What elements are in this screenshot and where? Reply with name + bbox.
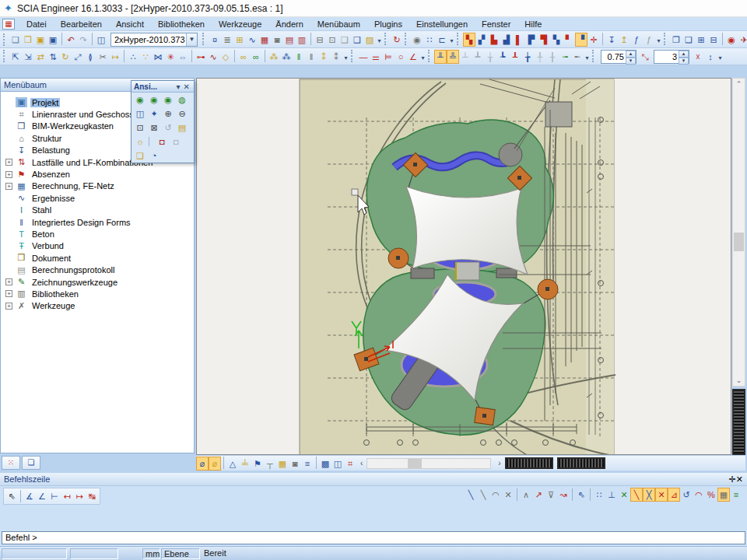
vertical-scrollbar[interactable]: ⌃ ⌄ xyxy=(732,78,745,387)
support-pt-icon[interactable]: ┸ xyxy=(509,50,521,64)
toolbar-overflow-icon[interactable]: ▾ xyxy=(448,33,455,47)
cursor-snap-icon[interactable]: ⇖ xyxy=(575,488,587,502)
perp-icon[interactable]: ⊢ xyxy=(48,489,61,503)
menu-item-bearbeiten[interactable]: Bearbeiten xyxy=(54,18,109,30)
toolbar-grip[interactable] xyxy=(428,50,432,62)
menu-item-datei[interactable]: Datei xyxy=(19,18,54,30)
menu-item-bibliotheken[interactable]: Bibliotheken xyxy=(151,18,212,30)
support-slab-icon[interactable]: ╆ xyxy=(521,50,534,64)
column-b-icon[interactable]: ‖ xyxy=(305,50,317,64)
photo-gray-icon[interactable]: ◘ xyxy=(169,135,183,148)
expand-icon[interactable]: + xyxy=(5,290,12,297)
select-center-icon[interactable]: ✛ xyxy=(587,33,600,47)
break-icon[interactable]: ∵ xyxy=(139,50,152,64)
window-copy-icon[interactable]: ❐ xyxy=(670,33,682,47)
supports-display-icon[interactable]: ┬ xyxy=(264,457,276,471)
region-red-icon[interactable]: ◇ xyxy=(219,50,232,64)
toolbar-grip[interactable] xyxy=(384,33,388,45)
sun-red-icon[interactable]: ☓ xyxy=(692,50,704,64)
select-single-icon[interactable]: ▌ xyxy=(513,33,525,47)
scale-red-icon[interactable]: ⤡ xyxy=(639,50,651,64)
save-selection-icon[interactable]: ↧ xyxy=(605,33,618,47)
window-tab[interactable]: ❏ xyxy=(22,456,40,470)
fly-mode-icon[interactable]: ✈ xyxy=(738,33,747,47)
zoom-out-icon[interactable]: ⊖ xyxy=(175,107,189,120)
spin-up-icon[interactable]: ▲ xyxy=(679,51,689,58)
status-plane[interactable]: Ebene XY xyxy=(161,548,200,559)
sidebar-item-dokument[interactable]: ❒Dokument xyxy=(1,252,194,264)
select-restore-icon[interactable]: ▜ xyxy=(538,33,550,47)
snap-endpoint-icon[interactable]: ╳ xyxy=(643,488,655,502)
grid-line-icon[interactable]: ⊥ xyxy=(605,488,618,502)
vscroll-thumb[interactable] xyxy=(734,233,744,251)
line-mode-icon[interactable]: ╲ xyxy=(465,488,477,502)
sidebar-item-stahl[interactable]: IStahl xyxy=(1,205,194,216)
sidebar-item-werkzeuge[interactable]: +✗Werkzeuge xyxy=(1,300,194,312)
print-icon[interactable]: ⊟ xyxy=(314,33,326,47)
export-doc-icon[interactable]: ❑ xyxy=(351,33,363,47)
circle-mode-icon[interactable]: ◠ xyxy=(489,488,502,502)
table-results-icon[interactable]: ▥ xyxy=(296,33,308,47)
pie-view-icon[interactable]: ◔ xyxy=(147,149,161,162)
support-e-icon[interactable]: ╀ xyxy=(534,50,546,64)
undo-icon[interactable]: ↶ xyxy=(65,33,77,47)
view-front-icon[interactable]: ◉ xyxy=(161,93,175,106)
ucs-green-icon[interactable]: ✕ xyxy=(618,488,630,502)
polar-c-icon[interactable]: ⊽ xyxy=(545,488,557,502)
node-table-icon[interactable]: ⇄ xyxy=(34,50,47,64)
beam-hinge-icon[interactable]: ╼ xyxy=(559,50,571,64)
copy-node-icon[interactable]: ⇲ xyxy=(22,50,34,64)
status-unit[interactable]: mm xyxy=(142,548,160,559)
sidebar-item-zeichnungswerkzeuge[interactable]: +✎Zeichnungswerkzeuge xyxy=(1,276,194,288)
zoom-all-icon[interactable]: ⊠ xyxy=(147,121,161,134)
drawing-canvas[interactable] xyxy=(196,78,731,455)
support-d-icon[interactable]: ┻ xyxy=(472,50,484,64)
support-a-icon[interactable]: ╨ xyxy=(434,50,447,64)
view-back-icon[interactable]: ◍ xyxy=(175,93,189,106)
dot-select-icon[interactable]: ∷ xyxy=(423,33,436,47)
window-tile-icon[interactable]: ⊟ xyxy=(707,33,720,47)
scroll-right-icon[interactable]: › xyxy=(494,459,504,467)
palette-menu-icon[interactable]: ▾ xyxy=(175,82,182,91)
track-c-icon[interactable]: ↹ xyxy=(86,489,98,503)
toolbar-grip[interactable] xyxy=(3,33,7,46)
toolbar-grip[interactable] xyxy=(664,33,668,45)
sidebar-item-beton[interactable]: TBeton xyxy=(1,228,194,240)
track-b-icon[interactable]: ↦ xyxy=(73,489,86,503)
clip-box-icon[interactable]: ❑ xyxy=(133,149,147,162)
expand-icon[interactable]: + xyxy=(5,171,12,178)
spin-down-icon[interactable]: ▼ xyxy=(679,58,689,65)
sidebar-item-absenzen[interactable]: +⚑Absenzen xyxy=(1,168,194,180)
zoom-doc-icon[interactable]: ◉ xyxy=(411,33,423,47)
sidebar-item-integriertes-design-forms[interactable]: ‖Integriertes Design Forms xyxy=(1,216,194,228)
line-mode2-icon[interactable]: ╲ xyxy=(477,488,489,502)
print-preview-icon[interactable]: ⊡ xyxy=(326,33,338,47)
toolbar-overflow-icon[interactable]: ▾ xyxy=(717,50,724,64)
gallery-icon[interactable]: ▦ xyxy=(258,33,271,47)
zoom-window-icon[interactable]: ⊡ xyxy=(133,121,147,134)
support-line-icon[interactable]: ┺ xyxy=(496,50,509,64)
angle-b-icon[interactable]: ∠ xyxy=(36,489,48,503)
table-input-icon[interactable]: ▤ xyxy=(283,33,296,47)
project-name-combobox[interactable]: 2xHyper-2010.373 ▼ xyxy=(110,33,198,47)
refresh-red-icon[interactable]: ↻ xyxy=(391,33,403,47)
snap-orthogonal-icon[interactable]: ⊿ xyxy=(668,488,680,502)
move-node-icon[interactable]: ⇱ xyxy=(9,50,22,64)
toolbar-grip[interactable] xyxy=(202,33,206,45)
support-c-icon[interactable]: ┴ xyxy=(459,50,472,64)
clip-drawing-icon[interactable]: ⌀ xyxy=(196,457,209,471)
horizontal-scrollbar[interactable] xyxy=(366,458,491,469)
sidebar-item-ergebnisse[interactable]: ∿Ergebnisse xyxy=(1,192,194,204)
toolbar-grip[interactable] xyxy=(3,50,7,62)
view-persp-icon[interactable]: ◫ xyxy=(133,107,147,120)
open-project-icon[interactable]: ❒ xyxy=(22,33,34,47)
params-display-icon[interactable]: ◫ xyxy=(331,457,344,471)
palette-header[interactable]: Ansi... ▾ ✕ xyxy=(132,81,194,93)
mirror-icon[interactable]: ≬ xyxy=(84,50,96,64)
grid-point-icon[interactable]: ∷ xyxy=(593,488,605,502)
weight-display-icon[interactable]: ≡ xyxy=(301,457,314,471)
polar-a-icon[interactable]: ∧ xyxy=(520,488,532,502)
angle-red-icon[interactable]: ∠ xyxy=(407,50,419,64)
tree-tab[interactable]: ⁙ xyxy=(2,456,20,470)
select-prop-icon[interactable]: ▛ xyxy=(525,33,538,47)
